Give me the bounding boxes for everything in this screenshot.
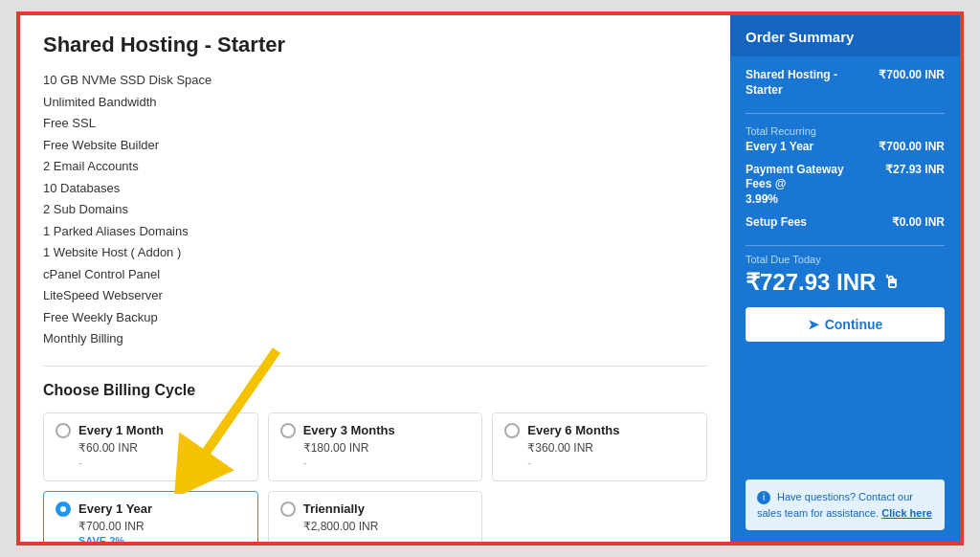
- feature-item: 10 Databases: [43, 179, 707, 198]
- summary-gateway-label: Payment Gateway Fees @3.99%: [746, 163, 870, 208]
- billing-price-every6months: ₹360.00 INR: [527, 441, 695, 455]
- billing-label-every6months: Every 6 Months: [527, 423, 619, 437]
- billing-grid: Every 1 Month ₹60.00 INR - Every 3 Month…: [43, 412, 707, 543]
- billing-option-every3months[interactable]: Every 3 Months ₹180.00 INR -: [268, 412, 483, 481]
- continue-button[interactable]: ➤ Continue: [746, 307, 945, 342]
- feature-item: 2 Email Accounts: [43, 157, 707, 176]
- radio-every1month[interactable]: [56, 423, 71, 438]
- billing-save-every1year: SAVE 2%: [78, 535, 246, 543]
- total-amount-value: ₹727.93 INR: [746, 269, 876, 296]
- summary-recurring-cycle: Every 1 Year: [746, 140, 813, 155]
- billing-price-every1month: ₹60.00 INR: [78, 441, 246, 455]
- feature-item: Unlimited Bandwidth: [43, 93, 707, 112]
- billing-note-every3months: -: [303, 457, 471, 468]
- cursor-icon: 🖱: [883, 273, 901, 293]
- radio-triennially[interactable]: [280, 501, 296, 517]
- summary-setup-label: Setup Fees: [746, 215, 807, 231]
- billing-price-every3months: ₹180.00 INR: [303, 441, 471, 455]
- help-box: i Have questions? Contact our sales team…: [746, 479, 945, 530]
- feature-item: Free Website Builder: [43, 136, 707, 155]
- summary-product-row: Shared Hosting - Starter ₹700.00 INR: [746, 68, 945, 98]
- feature-item: Free SSL: [43, 114, 707, 133]
- billing-label-every1month: Every 1 Month: [78, 423, 164, 437]
- sidebar-header: Order Summary: [730, 15, 960, 56]
- billing-option-every1month[interactable]: Every 1 Month ₹60.00 INR -: [43, 412, 258, 481]
- summary-gateway-price: ₹27.93 INR: [885, 163, 945, 176]
- billing-note-triennially: -: [303, 535, 471, 543]
- summary-recurring-row: Every 1 Year ₹700.00 INR: [746, 140, 945, 155]
- radio-every1year[interactable]: [56, 501, 71, 517]
- summary-product-name: Shared Hosting - Starter: [746, 68, 870, 98]
- feature-item: 10 GB NVMe SSD Disk Space: [43, 71, 707, 90]
- order-summary-sidebar: Order Summary Shared Hosting - Starter ₹…: [730, 15, 960, 542]
- sidebar-body: Shared Hosting - Starter ₹700.00 INR Tot…: [730, 56, 960, 542]
- radio-every3months[interactable]: [280, 423, 296, 438]
- summary-setup-price: ₹0.00 INR: [892, 215, 945, 229]
- feature-item: 1 Parked Aliases Domains: [43, 222, 707, 241]
- recurring-label: Total Recurring: [746, 125, 945, 137]
- product-title: Shared Hosting - Starter: [43, 33, 707, 57]
- features-list: 10 GB NVMe SSD Disk SpaceUnlimited Bandw…: [43, 71, 707, 348]
- billing-note-every6months: -: [527, 457, 695, 468]
- radio-every6months[interactable]: [504, 423, 520, 438]
- billing-option-every6months[interactable]: Every 6 Months ₹360.00 INR -: [492, 412, 707, 481]
- billing-option-every1year[interactable]: Every 1 Year ₹700.00 INR SAVE 2%: [43, 491, 258, 543]
- feature-item: 2 Sub Domains: [43, 200, 707, 219]
- total-due-label: Total Due Today: [746, 254, 945, 265]
- summary-product-price: ₹700.00 INR: [879, 68, 945, 81]
- continue-button-label: Continue: [825, 317, 883, 332]
- summary-setup-row: Setup Fees ₹0.00 INR: [746, 215, 945, 231]
- feature-item: Free Weekly Backup: [43, 308, 707, 327]
- billing-note-every1month: -: [78, 457, 246, 468]
- summary-gateway-row: Payment Gateway Fees @3.99% ₹27.93 INR: [746, 163, 945, 208]
- feature-item: Monthly Billing: [43, 329, 707, 348]
- billing-price-every1year: ₹700.00 INR: [78, 520, 246, 533]
- continue-arrow-icon: ➤: [808, 317, 819, 332]
- info-icon: i: [757, 491, 770, 504]
- feature-item: cPanel Control Panel: [43, 265, 707, 284]
- help-link[interactable]: Click here: [881, 507, 932, 519]
- summary-recurring-price: ₹700.00 INR: [879, 140, 945, 153]
- feature-item: LiteSpeed Webserver: [43, 286, 707, 305]
- main-content: Shared Hosting - Starter 10 GB NVMe SSD …: [20, 15, 730, 542]
- billing-option-triennially[interactable]: Triennially ₹2,800.00 INR -: [268, 491, 483, 543]
- billing-label-triennially: Triennially: [303, 501, 365, 516]
- billing-section-title: Choose Billing Cycle: [43, 382, 707, 399]
- billing-price-triennially: ₹2,800.00 INR: [303, 520, 471, 533]
- total-amount: ₹727.93 INR 🖱: [746, 269, 945, 296]
- feature-item: 1 Website Host ( Addon ): [43, 243, 707, 262]
- billing-label-every1year: Every 1 Year: [78, 501, 152, 516]
- order-summary-title: Order Summary: [746, 29, 945, 45]
- billing-label-every3months: Every 3 Months: [303, 423, 395, 437]
